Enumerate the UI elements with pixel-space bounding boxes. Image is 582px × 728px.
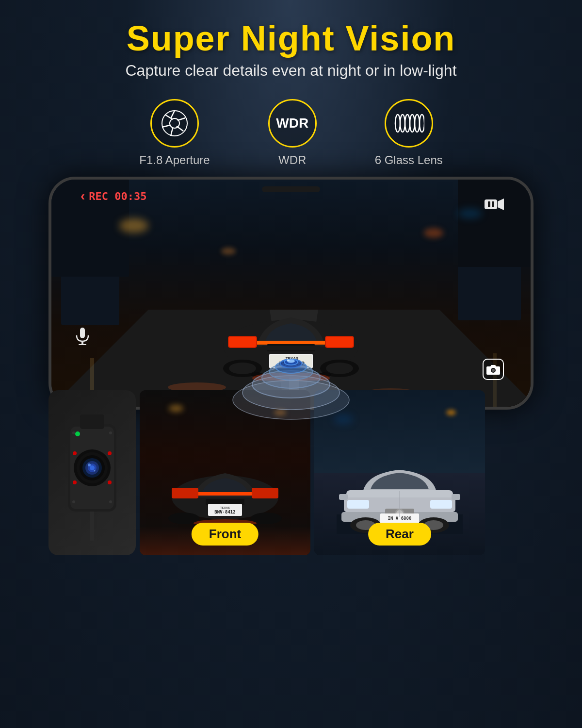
hud-mic-icon[interactable] (76, 328, 89, 348)
features-row: F1.8 Aperture WDR WDR 6 G (139, 99, 443, 167)
svg-line-5 (171, 128, 173, 136)
bottom-section: TEXAS BNV·8412 Front (24, 381, 558, 555)
svg-rect-98 (347, 500, 369, 509)
svg-point-61 (287, 360, 290, 361)
hud-recording-indicator: ‹ REC 00:35 (81, 188, 147, 204)
svg-rect-49 (492, 201, 494, 207)
svg-rect-86 (252, 488, 278, 498)
wdr-label: WDR (278, 153, 306, 167)
lens-explosion (228, 322, 354, 478)
lens-label: 6 Glass Lens (375, 153, 443, 167)
svg-point-77 (73, 480, 77, 484)
svg-rect-85 (172, 488, 198, 498)
city-light-1 (119, 218, 148, 233)
svg-point-82 (109, 500, 112, 503)
rec-timer: REC 00:35 (89, 190, 146, 202)
svg-line-2 (171, 111, 175, 118)
svg-point-80 (109, 431, 112, 434)
svg-point-81 (72, 500, 75, 503)
aperture-icon-circle (150, 99, 199, 148)
svg-rect-44 (81, 341, 83, 345)
svg-rect-46 (485, 199, 497, 209)
svg-rect-43 (80, 328, 85, 338)
camera-device-panel (48, 390, 136, 555)
svg-point-76 (108, 451, 112, 455)
svg-point-74 (75, 431, 80, 436)
lens-icon-circle (385, 99, 433, 148)
hud-video-icon[interactable] (485, 197, 504, 214)
svg-point-8 (395, 115, 400, 132)
svg-point-73 (94, 470, 96, 472)
page-title: Super Night Vision (125, 19, 456, 58)
header-section: Super Night Vision Capture clear details… (125, 0, 456, 84)
feature-aperture: F1.8 Aperture (139, 99, 210, 167)
front-label: Front (192, 523, 259, 546)
lens-icon (393, 113, 424, 134)
aperture-label: F1.8 Aperture (139, 153, 210, 167)
svg-text:BNV·8412: BNV·8412 (214, 510, 235, 514)
svg-point-10 (405, 115, 410, 132)
aperture-icon (160, 109, 189, 138)
svg-point-75 (73, 451, 77, 455)
feature-wdr: WDR WDR (268, 99, 317, 167)
svg-point-12 (415, 115, 420, 132)
svg-text:TEXAS: TEXAS (220, 506, 230, 509)
svg-line-4 (177, 126, 183, 131)
back-button-icon[interactable]: ‹ (81, 188, 85, 204)
svg-point-51 (492, 369, 495, 372)
rear-label: Rear (368, 523, 431, 546)
svg-rect-105 (339, 494, 348, 500)
wdr-icon-text: WDR (276, 116, 308, 131)
svg-marker-47 (498, 199, 504, 210)
hud-snapshot-icon[interactable] (483, 359, 504, 380)
svg-rect-99 (430, 500, 452, 509)
svg-rect-106 (452, 494, 460, 500)
svg-rect-45 (79, 344, 86, 345)
svg-point-71 (90, 465, 95, 470)
page-subtitle: Capture clear details even at night or i… (125, 62, 456, 80)
svg-point-72 (88, 463, 91, 466)
svg-point-9 (400, 115, 405, 132)
svg-point-11 (410, 115, 415, 132)
phone-notch (262, 186, 320, 192)
building-right-2 (458, 180, 531, 267)
svg-line-6 (162, 125, 170, 127)
svg-point-13 (420, 115, 424, 132)
wdr-icon-circle: WDR (268, 99, 317, 148)
page-content: Super Night Vision Capture clear details… (0, 0, 582, 728)
svg-line-3 (178, 118, 185, 120)
svg-rect-64 (80, 414, 104, 429)
feature-lens: 6 Glass Lens (375, 99, 443, 167)
svg-point-78 (108, 480, 112, 484)
svg-rect-48 (488, 201, 490, 207)
svg-point-79 (72, 431, 75, 434)
